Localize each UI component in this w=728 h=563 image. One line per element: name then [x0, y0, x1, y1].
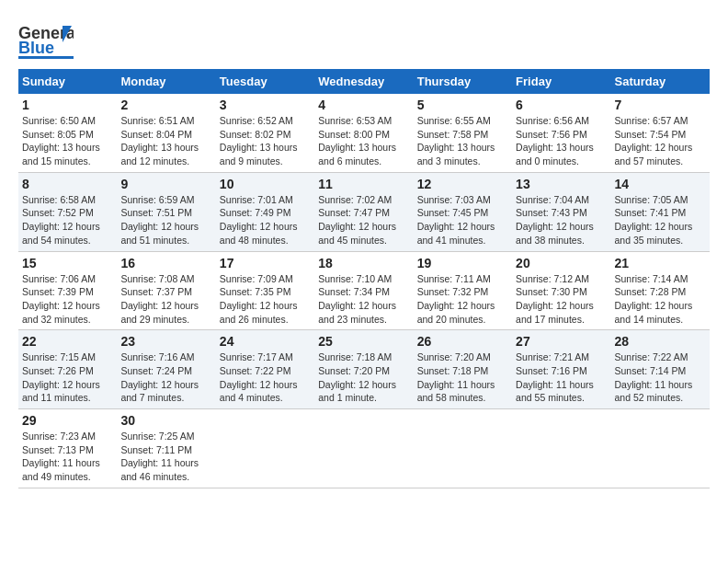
day-number: 21: [615, 256, 706, 270]
calendar-cell: 6Sunrise: 6:56 AMSunset: 7:56 PMDaylight…: [512, 94, 610, 172]
col-header-friday: Friday: [512, 69, 610, 94]
day-number: 28: [615, 334, 706, 349]
calendar-cell: 2Sunrise: 6:51 AMSunset: 8:04 PMDaylight…: [117, 94, 215, 172]
day-number: 25: [318, 334, 409, 349]
day-number: 15: [22, 256, 113, 270]
day-number: 16: [120, 256, 211, 270]
col-header-monday: Monday: [117, 69, 215, 94]
calendar-cell: 5Sunrise: 6:55 AMSunset: 7:58 PMDaylight…: [414, 94, 512, 172]
day-number: 7: [615, 98, 706, 112]
day-number: 27: [516, 334, 607, 349]
calendar-cell: 28Sunrise: 7:22 AMSunset: 7:14 PMDayligh…: [611, 330, 710, 409]
calendar-cell: 18Sunrise: 7:10 AMSunset: 7:34 PMDayligh…: [314, 251, 413, 330]
day-number: 5: [417, 98, 508, 112]
cell-details: Sunrise: 6:59 AMSunset: 7:51 PMDaylight:…: [120, 193, 211, 247]
cell-details: Sunrise: 7:12 AMSunset: 7:30 PMDaylight:…: [516, 272, 607, 327]
calendar-cell: 8Sunrise: 6:58 AMSunset: 7:52 PMDaylight…: [18, 172, 117, 251]
day-number: 11: [318, 177, 409, 191]
cell-details: Sunrise: 7:17 AMSunset: 7:22 PMDaylight:…: [220, 350, 311, 405]
day-number: 6: [516, 98, 607, 112]
cell-details: Sunrise: 7:04 AMSunset: 7:43 PMDaylight:…: [516, 193, 607, 247]
cell-details: Sunrise: 7:22 AMSunset: 7:14 PMDaylight:…: [615, 350, 706, 405]
calendar-cell: 15Sunrise: 7:06 AMSunset: 7:39 PMDayligh…: [18, 251, 117, 330]
day-number: 29: [22, 413, 113, 428]
calendar-cell: [512, 409, 610, 488]
calendar-week-4: 22Sunrise: 7:15 AMSunset: 7:26 PMDayligh…: [18, 330, 710, 409]
calendar-cell: 29Sunrise: 7:23 AMSunset: 7:13 PMDayligh…: [18, 409, 117, 488]
cell-details: Sunrise: 7:06 AMSunset: 7:39 PMDaylight:…: [22, 272, 113, 327]
page-header: General Blue: [18, 18, 710, 60]
day-number: 4: [318, 98, 409, 112]
cell-details: Sunrise: 7:18 AMSunset: 7:20 PMDaylight:…: [318, 350, 409, 405]
day-number: 23: [120, 334, 211, 349]
day-number: 26: [417, 334, 508, 349]
calendar-cell: 19Sunrise: 7:11 AMSunset: 7:32 PMDayligh…: [414, 251, 512, 330]
calendar-week-5: 29Sunrise: 7:23 AMSunset: 7:13 PMDayligh…: [18, 409, 710, 488]
logo-icon: General Blue: [18, 18, 74, 60]
calendar-week-3: 15Sunrise: 7:06 AMSunset: 7:39 PMDayligh…: [18, 251, 710, 330]
calendar-cell: 30Sunrise: 7:25 AMSunset: 7:11 PMDayligh…: [117, 409, 215, 488]
logo: General Blue: [18, 18, 74, 60]
cell-details: Sunrise: 6:56 AMSunset: 7:56 PMDaylight:…: [516, 114, 607, 168]
cell-details: Sunrise: 6:50 AMSunset: 8:05 PMDaylight:…: [22, 114, 113, 168]
cell-details: Sunrise: 7:02 AMSunset: 7:47 PMDaylight:…: [318, 193, 409, 247]
calendar-cell: 20Sunrise: 7:12 AMSunset: 7:30 PMDayligh…: [512, 251, 610, 330]
calendar-cell: [611, 409, 710, 488]
day-number: 9: [120, 177, 211, 191]
calendar-cell: 9Sunrise: 6:59 AMSunset: 7:51 PMDaylight…: [117, 172, 215, 251]
calendar-cell: 25Sunrise: 7:18 AMSunset: 7:20 PMDayligh…: [314, 330, 413, 409]
day-number: 14: [615, 177, 706, 191]
calendar-cell: 21Sunrise: 7:14 AMSunset: 7:28 PMDayligh…: [611, 251, 710, 330]
calendar-header-row: SundayMondayTuesdayWednesdayThursdayFrid…: [18, 69, 710, 94]
cell-details: Sunrise: 7:20 AMSunset: 7:18 PMDaylight:…: [417, 350, 508, 405]
day-number: 18: [318, 256, 409, 270]
col-header-wednesday: Wednesday: [314, 69, 413, 94]
calendar-cell: 4Sunrise: 6:53 AMSunset: 8:00 PMDaylight…: [314, 94, 413, 172]
calendar-cell: 3Sunrise: 6:52 AMSunset: 8:02 PMDaylight…: [216, 94, 314, 172]
calendar-cell: 16Sunrise: 7:08 AMSunset: 7:37 PMDayligh…: [117, 251, 215, 330]
calendar-cell: 17Sunrise: 7:09 AMSunset: 7:35 PMDayligh…: [216, 251, 314, 330]
col-header-saturday: Saturday: [611, 69, 710, 94]
calendar-cell: 27Sunrise: 7:21 AMSunset: 7:16 PMDayligh…: [512, 330, 610, 409]
cell-details: Sunrise: 6:51 AMSunset: 8:04 PMDaylight:…: [120, 114, 211, 168]
cell-details: Sunrise: 7:11 AMSunset: 7:32 PMDaylight:…: [417, 272, 508, 327]
calendar-week-2: 8Sunrise: 6:58 AMSunset: 7:52 PMDaylight…: [18, 172, 710, 251]
calendar-cell: [216, 409, 314, 488]
calendar-cell: 13Sunrise: 7:04 AMSunset: 7:43 PMDayligh…: [512, 172, 610, 251]
cell-details: Sunrise: 6:58 AMSunset: 7:52 PMDaylight:…: [22, 193, 113, 247]
day-number: 1: [22, 98, 113, 112]
cell-details: Sunrise: 7:14 AMSunset: 7:28 PMDaylight:…: [615, 272, 706, 327]
day-number: 12: [417, 177, 508, 191]
calendar-body: 1Sunrise: 6:50 AMSunset: 8:05 PMDaylight…: [18, 94, 710, 488]
calendar-cell: [314, 409, 413, 488]
day-number: 22: [22, 334, 113, 349]
day-number: 8: [22, 177, 113, 191]
svg-text:Blue: Blue: [18, 39, 54, 57]
calendar-week-1: 1Sunrise: 6:50 AMSunset: 8:05 PMDaylight…: [18, 94, 710, 172]
cell-details: Sunrise: 6:53 AMSunset: 8:00 PMDaylight:…: [318, 114, 409, 168]
col-header-thursday: Thursday: [414, 69, 512, 94]
cell-details: Sunrise: 6:55 AMSunset: 7:58 PMDaylight:…: [417, 114, 508, 168]
day-number: 17: [220, 256, 311, 270]
col-header-sunday: Sunday: [18, 69, 117, 94]
day-number: 19: [417, 256, 508, 270]
day-number: 2: [120, 98, 211, 112]
day-number: 3: [220, 98, 311, 112]
cell-details: Sunrise: 7:16 AMSunset: 7:24 PMDaylight:…: [120, 350, 211, 405]
cell-details: Sunrise: 7:01 AMSunset: 7:49 PMDaylight:…: [220, 193, 311, 247]
cell-details: Sunrise: 7:03 AMSunset: 7:45 PMDaylight:…: [417, 193, 508, 247]
calendar-cell: 1Sunrise: 6:50 AMSunset: 8:05 PMDaylight…: [18, 94, 117, 172]
calendar-cell: 11Sunrise: 7:02 AMSunset: 7:47 PMDayligh…: [314, 172, 413, 251]
cell-details: Sunrise: 6:57 AMSunset: 7:54 PMDaylight:…: [615, 114, 706, 168]
day-number: 10: [220, 177, 311, 191]
calendar-cell: 26Sunrise: 7:20 AMSunset: 7:18 PMDayligh…: [414, 330, 512, 409]
cell-details: Sunrise: 6:52 AMSunset: 8:02 PMDaylight:…: [220, 114, 311, 168]
col-header-tuesday: Tuesday: [216, 69, 314, 94]
cell-details: Sunrise: 7:05 AMSunset: 7:41 PMDaylight:…: [615, 193, 706, 247]
cell-details: Sunrise: 7:10 AMSunset: 7:34 PMDaylight:…: [318, 272, 409, 327]
cell-details: Sunrise: 7:23 AMSunset: 7:13 PMDaylight:…: [22, 430, 113, 484]
cell-details: Sunrise: 7:25 AMSunset: 7:11 PMDaylight:…: [120, 430, 211, 484]
day-number: 24: [220, 334, 311, 349]
calendar-cell: 7Sunrise: 6:57 AMSunset: 7:54 PMDaylight…: [611, 94, 710, 172]
svg-rect-3: [18, 56, 74, 59]
